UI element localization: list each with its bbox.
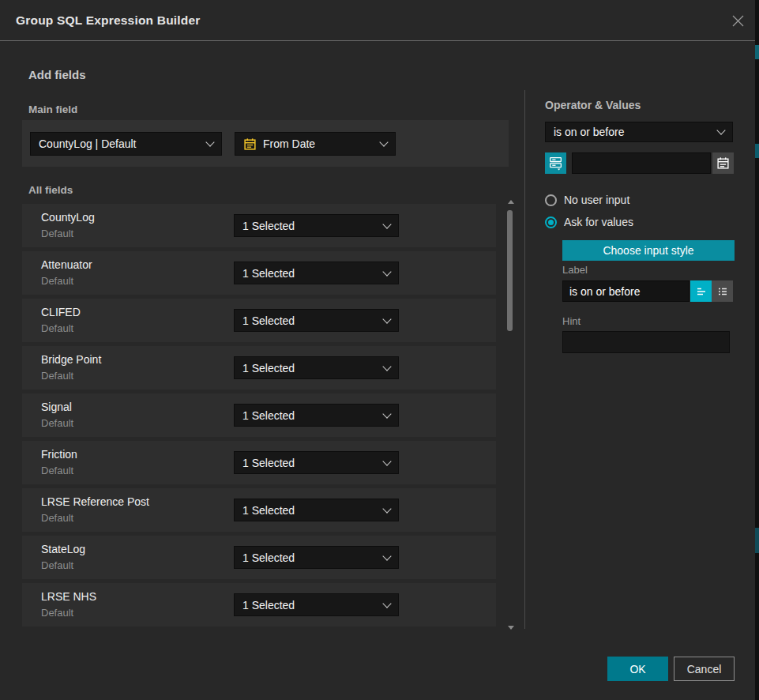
list-input-style-toggle[interactable] (712, 280, 733, 302)
field-row: Signal Default 1 Selected (22, 393, 496, 437)
calendar-icon (243, 137, 257, 151)
field-values-dropdown-value: 1 Selected (242, 504, 295, 517)
field-name: Attenuator (41, 258, 92, 271)
add-fields-heading: Add fields (28, 68, 86, 81)
field-subtitle: Default (41, 370, 73, 382)
chevron-down-icon (382, 220, 391, 228)
radio-ask-for-values-label: Ask for values (564, 216, 633, 228)
edge-artifact (755, 528, 759, 553)
radio-no-user-input-label: No user input (564, 194, 629, 206)
operator-dropdown[interactable]: is on or before (545, 122, 733, 142)
field-row: StateLog Default 1 Selected (22, 536, 496, 579)
radio-no-user-input[interactable]: No user input (545, 194, 629, 206)
field-values-dropdown-value: 1 Selected (242, 267, 295, 280)
field-row: Friction Default 1 Selected (22, 441, 496, 484)
field-values-dropdown-value: 1 Selected (242, 599, 295, 612)
field-values-dropdown-value: 1 Selected (242, 551, 295, 564)
align-left-icon (695, 285, 708, 298)
calendar-icon (716, 156, 730, 170)
main-layer-dropdown[interactable]: CountyLog | Default (30, 132, 222, 156)
chevron-down-icon (382, 314, 391, 323)
stacked-values-icon (548, 156, 563, 171)
chevron-down-icon (382, 267, 391, 276)
main-layer-dropdown-value: CountyLog | Default (39, 137, 137, 150)
field-name: Friction (41, 448, 77, 461)
field-name: CLIFED (41, 306, 81, 318)
field-values-dropdown[interactable]: 1 Selected (234, 546, 399, 569)
field-subtitle: Default (41, 417, 73, 429)
operator-dropdown-value: is on or before (554, 126, 625, 138)
value-input[interactable] (572, 152, 711, 174)
chevron-down-icon (379, 137, 388, 146)
chevron-down-icon (382, 504, 391, 513)
main-date-field-dropdown[interactable]: From Date (235, 132, 396, 156)
edge-artifact (755, 45, 759, 59)
ok-button[interactable]: OK (607, 657, 668, 681)
field-values-dropdown[interactable]: 1 Selected (234, 593, 399, 616)
radio-unselected-icon (545, 194, 557, 206)
field-subtitle: Default (41, 275, 73, 287)
field-values-dropdown-value: 1 Selected (242, 314, 295, 327)
field-subtitle: Default (41, 512, 73, 524)
field-values-dropdown[interactable]: 1 Selected (234, 356, 399, 379)
field-values-dropdown-value: 1 Selected (242, 220, 295, 232)
field-values-dropdown[interactable]: 1 Selected (234, 451, 399, 474)
field-values-dropdown[interactable]: 1 Selected (234, 214, 399, 237)
field-row: CLIFED Default 1 Selected (22, 299, 496, 342)
dialog-titlebar: Group SQL Expression Builder (0, 0, 755, 41)
field-subtitle: Default (41, 607, 73, 619)
field-name: Signal (41, 401, 72, 413)
list-scrollbar[interactable] (505, 198, 516, 633)
field-values-dropdown[interactable]: 1 Selected (234, 309, 399, 332)
main-field-label: Main field (28, 103, 77, 115)
field-row: LRSE NHS Default 1 Selected (22, 583, 496, 627)
chevron-down-icon (382, 457, 391, 465)
field-row: LRSE Reference Post Default 1 Selected (22, 488, 496, 532)
field-row: CountyLog Default 1 Selected (22, 204, 496, 247)
field-values-dropdown-value: 1 Selected (242, 362, 295, 374)
field-values-dropdown-value: 1 Selected (242, 457, 295, 469)
bulleted-list-icon (716, 285, 729, 298)
field-name: LRSE NHS (41, 590, 96, 603)
hint-input[interactable] (562, 331, 730, 353)
operator-values-heading: Operator & Values (545, 99, 641, 111)
field-row: Attenuator Default 1 Selected (22, 251, 496, 295)
field-subtitle: Default (41, 559, 73, 571)
text-input-style-toggle[interactable] (690, 280, 712, 302)
dialog-title: Group SQL Expression Builder (16, 0, 201, 40)
field-name: CountyLog (41, 211, 95, 224)
scroll-down-arrow-icon[interactable] (508, 626, 514, 630)
window-edge-strip (755, 0, 759, 700)
label-input[interactable] (562, 280, 689, 302)
panel-divider (524, 90, 525, 629)
chevron-down-icon (382, 551, 391, 560)
hint-field-label: Hint (562, 315, 581, 327)
scroll-up-arrow-icon[interactable] (508, 200, 514, 204)
scrollbar-thumb[interactable] (507, 210, 513, 331)
field-values-dropdown[interactable]: 1 Selected (234, 262, 399, 284)
date-picker-button[interactable] (712, 152, 734, 174)
chevron-down-icon (716, 126, 725, 134)
main-date-field-value: From Date (263, 137, 315, 150)
field-row: Bridge Point Default 1 Selected (22, 346, 496, 390)
field-name: LRSE Reference Post (41, 495, 149, 508)
field-values-dropdown[interactable]: 1 Selected (234, 404, 399, 427)
field-subtitle: Default (41, 465, 73, 476)
field-name: Bridge Point (41, 353, 101, 366)
choose-input-style-button[interactable]: Choose input style (562, 240, 735, 261)
field-subtitle: Default (41, 228, 73, 239)
chevron-down-icon (382, 362, 391, 371)
label-field-label: Label (562, 264, 588, 276)
close-button[interactable] (727, 10, 748, 31)
edge-artifact (755, 144, 759, 158)
field-values-dropdown[interactable]: 1 Selected (234, 499, 399, 521)
radio-ask-for-values[interactable]: Ask for values (545, 216, 633, 228)
chevron-down-icon (382, 599, 391, 608)
chevron-down-icon (382, 409, 391, 418)
cancel-button[interactable]: Cancel (674, 657, 735, 681)
radio-selected-icon (545, 216, 557, 228)
chevron-down-icon (205, 137, 214, 146)
field-name: StateLog (41, 543, 85, 555)
all-fields-list: CountyLog Default 1 Selected Attenuator … (22, 204, 496, 630)
unique-values-picker-button[interactable] (545, 152, 566, 174)
